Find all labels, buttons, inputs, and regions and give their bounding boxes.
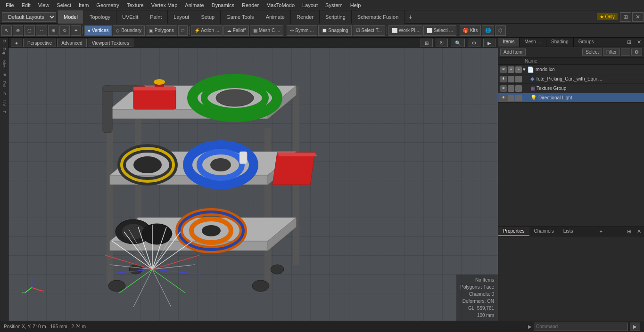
sidebar-item-pol[interactable]: Pol: bbox=[1, 79, 8, 90]
menu-geometry[interactable]: Geometry bbox=[92, 1, 123, 9]
vis-toggle-texture[interactable]: 👁 bbox=[500, 85, 507, 92]
items-settings-button[interactable]: ⚙ bbox=[631, 49, 642, 56]
viewport-settings-icon[interactable]: ⚙ bbox=[468, 39, 480, 47]
menu-view[interactable]: View bbox=[34, 1, 53, 9]
tool-icon-vr[interactable]: ⬡ bbox=[495, 25, 506, 36]
menu-item[interactable]: Item bbox=[75, 1, 92, 9]
props-tab-channels[interactable]: Channels bbox=[529, 227, 559, 236]
type-toggle-texture[interactable] bbox=[515, 85, 522, 92]
viewport-more-icon[interactable]: ▶ bbox=[483, 39, 495, 47]
expand-icon[interactable]: ⊞ bbox=[620, 12, 631, 22]
sidebar-item-c[interactable]: C: bbox=[1, 90, 8, 98]
menu-edit[interactable]: Edit bbox=[18, 1, 34, 9]
lock-toggle-modo-lxo[interactable]: + bbox=[508, 66, 514, 73]
type-toggle-tote[interactable] bbox=[515, 76, 522, 82]
items-filter-button[interactable]: Filter bbox=[603, 49, 620, 56]
tree-item-modo-lxo[interactable]: 👁 + + ▾ 📄 modo.lxo bbox=[498, 65, 644, 74]
menu-file[interactable]: File bbox=[2, 1, 18, 9]
tab-setup[interactable]: Setup bbox=[195, 10, 221, 24]
tool-icon-globe[interactable]: 🌐 bbox=[482, 25, 494, 36]
viewport-zoom-icon[interactable]: 🔍 bbox=[451, 39, 465, 47]
rp-tab-items[interactable]: Items bbox=[498, 38, 520, 47]
tool-snapping[interactable]: 🔲 Snapping bbox=[318, 25, 352, 36]
tool-mesh[interactable]: ▦ Mesh C ... bbox=[250, 25, 283, 36]
sidebar-item-e[interactable]: E: bbox=[1, 72, 8, 80]
tool-icon-snap[interactable]: ✦ bbox=[71, 25, 81, 36]
tree-item-directional-light[interactable]: 👁 💡 Directional Light bbox=[498, 93, 644, 103]
tool-falloff[interactable]: ☁ Falloff bbox=[223, 25, 249, 36]
tool-boundary[interactable]: ◇ Boundary bbox=[113, 25, 145, 36]
tool-icon-extra[interactable]: □ bbox=[178, 25, 188, 36]
tab-paint[interactable]: Paint bbox=[144, 10, 168, 24]
tool-icon-rotate[interactable]: ↻ bbox=[59, 25, 70, 36]
viewport-fit-icon[interactable]: ⊞ bbox=[421, 39, 433, 47]
lock-toggle-texture[interactable] bbox=[508, 85, 514, 92]
tool-kits[interactable]: 🎁 Kits bbox=[460, 25, 481, 36]
lock-toggle-tote[interactable] bbox=[508, 76, 514, 82]
rp-expand-icon[interactable]: ⊞ bbox=[624, 38, 634, 47]
tab-render[interactable]: Render bbox=[291, 10, 320, 24]
tool-icon-lasso[interactable]: ◌ bbox=[24, 25, 35, 36]
type-toggle-modo-lxo[interactable]: + bbox=[515, 66, 522, 73]
items-select-button[interactable]: Select bbox=[582, 49, 602, 56]
rp-tab-groups[interactable]: Groups bbox=[574, 38, 599, 47]
tool-polygons[interactable]: ▣ Polygons bbox=[146, 25, 177, 36]
vis-toggle-light[interactable]: 👁 bbox=[500, 95, 507, 101]
rp-tab-shading[interactable]: Shading bbox=[546, 38, 574, 47]
props-tab-lists[interactable]: Lists bbox=[559, 227, 578, 236]
tool-action[interactable]: ⚡ Action ... bbox=[191, 25, 223, 36]
props-expand-icon[interactable]: ⊞ bbox=[624, 227, 634, 236]
sidebar-item-mes[interactable]: Mes: bbox=[1, 58, 8, 72]
menu-render[interactable]: Render bbox=[238, 1, 263, 9]
menu-vertexmap[interactable]: Vertex Map bbox=[148, 1, 182, 9]
tree-item-tote-cart[interactable]: 👁 ◆ Tote_Picking_Cart_with_Equi ... bbox=[498, 74, 644, 84]
tab-animate[interactable]: Animate bbox=[260, 10, 291, 24]
menu-maxtomodo[interactable]: MaxToModo bbox=[263, 1, 298, 9]
command-run-button[interactable]: ▶ bbox=[630, 323, 640, 331]
command-input[interactable] bbox=[534, 323, 628, 331]
viewport-textures[interactable]: Viewport Textures bbox=[88, 39, 133, 47]
menu-dynamics[interactable]: Dynamics bbox=[208, 1, 238, 9]
tool-selecti[interactable]: ⬜ Selecti ... bbox=[423, 25, 456, 36]
menu-select[interactable]: Select bbox=[53, 1, 75, 9]
menu-animate[interactable]: Animate bbox=[181, 1, 207, 9]
tool-symmetry[interactable]: ⇔ Symm ... bbox=[287, 25, 317, 36]
vis-toggle-tote[interactable]: 👁 bbox=[500, 76, 507, 82]
tab-uvedit[interactable]: UVEdit bbox=[116, 10, 144, 24]
viewport-orbit-icon[interactable]: ↻ bbox=[436, 39, 448, 47]
tab-scripting[interactable]: Scripting bbox=[320, 10, 352, 24]
sidebar-item-uv[interactable]: UV: bbox=[1, 98, 8, 109]
props-tab-properties[interactable]: Properties bbox=[498, 227, 529, 236]
vis-toggle-modo-lxo[interactable]: 👁 bbox=[500, 66, 507, 73]
viewport-advanced[interactable]: Advanced bbox=[57, 39, 86, 47]
viewport-canvas[interactable]: X Y Z No Items Polygons : Face Channels:… bbox=[8, 48, 498, 321]
tool-icon-transform[interactable]: ↔ bbox=[36, 25, 47, 36]
tab-add-button[interactable]: + bbox=[405, 12, 416, 22]
menu-layout[interactable]: Layout bbox=[298, 1, 322, 9]
tool-workpl[interactable]: ⬜ Work Pl... bbox=[388, 25, 422, 36]
lock-toggle-light[interactable] bbox=[508, 95, 514, 101]
tool-icon-select[interactable]: ↖ bbox=[1, 25, 12, 36]
close-layout-icon[interactable]: ✕ bbox=[632, 12, 644, 22]
tree-item-texture-group[interactable]: 👁 ▦ Texture Group bbox=[498, 84, 644, 93]
menu-help[interactable]: Help bbox=[347, 1, 365, 9]
tab-layout[interactable]: Layout bbox=[168, 10, 195, 24]
tool-icon-move[interactable]: ⊕ bbox=[13, 25, 23, 36]
sidebar-item-dup[interactable]: Dup: bbox=[1, 46, 8, 58]
tool-vertices[interactable]: ● Vertices bbox=[84, 25, 112, 36]
items-minus-button[interactable]: − bbox=[621, 49, 630, 56]
tool-icon-scale[interactable]: ⊞ bbox=[48, 25, 58, 36]
rp-tab-mesh[interactable]: Mesh ... bbox=[520, 38, 546, 47]
menu-texture[interactable]: Texture bbox=[123, 1, 148, 9]
viewport-mode-dot[interactable]: ● bbox=[11, 39, 22, 47]
viewport[interactable]: ● Perspective Advanced Viewport Textures… bbox=[8, 38, 498, 321]
type-toggle-light[interactable] bbox=[515, 95, 522, 101]
props-close-icon[interactable]: ✕ bbox=[634, 227, 644, 236]
rp-close-icon[interactable]: ✕ bbox=[634, 38, 644, 47]
tab-schematic[interactable]: Schematic Fusion bbox=[352, 10, 405, 24]
menu-system[interactable]: System bbox=[322, 1, 347, 9]
tab-gametools[interactable]: Game Tools bbox=[221, 10, 260, 24]
sidebar-item-d[interactable]: D: bbox=[1, 38, 8, 46]
tab-model[interactable]: Model bbox=[58, 10, 84, 24]
sidebar-item-f[interactable]: F: bbox=[1, 109, 8, 116]
